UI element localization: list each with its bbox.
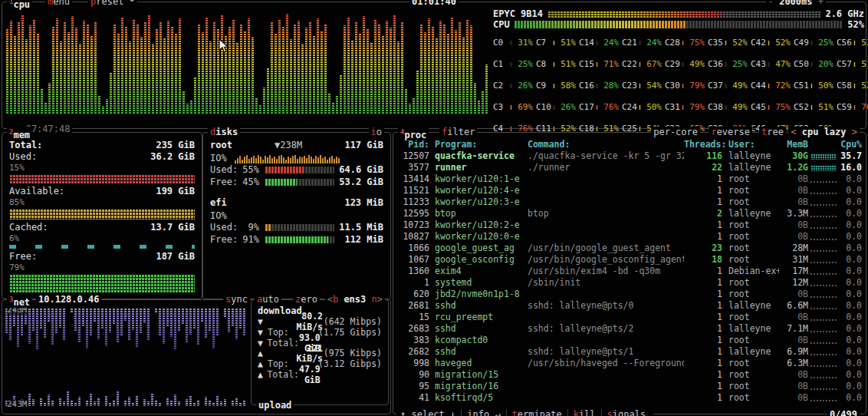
cpu-graph-col [79,44,81,114]
tree-toggle[interactable]: tree [759,127,786,137]
core-percent: 24% [600,38,619,48]
proc-cpu-percent: 0.0 [839,369,863,381]
io-mode-toggle[interactable]: io [369,127,384,137]
process-row[interactable]: 998haveged/usr/sbin/haveged --Foreground… [396,358,863,369]
proc-cpu-graph-fill [810,165,837,171]
proc-pid: 41 [396,392,429,404]
core-meter-fill [725,105,725,110]
proc-user: lalleyne [722,346,779,358]
interval-plus-button[interactable]: + [818,0,824,7]
net-upload-col [178,401,180,406]
cpu-graph-col [10,21,12,114]
proc-mem: 1.2G [779,162,808,173]
process-row[interactable]: 1066google_guest_ag/usr/bin/google_guest… [396,243,863,254]
proc-command: sshd: lalleyne@pts/1 [524,346,684,358]
menu-button[interactable]: menu [45,0,72,7]
cpu-graph-col [397,41,399,114]
process-row[interactable]: 41ksoftirqd/51root0B0.0 [396,392,863,404]
cpu-graph-col [401,22,403,114]
iface-next-button[interactable]: n [372,294,377,305]
proc-cpu-graph [808,312,839,323]
process-row[interactable]: 1360exim4/usr/sbin/exim4 -bd -q30m1Debia… [396,266,863,277]
footer-ill-button[interactable]: kill [567,409,601,416]
process-row[interactable]: 90migration/151root0B0.0 [396,369,863,381]
core-percent: 67% [643,59,662,70]
core-meter [810,41,813,45]
process-row[interactable]: 12595btopbtop2lalleyne3.3M0.0 [396,208,863,220]
disk-meter-row: Used:9%11.5 MiB [210,221,383,233]
cpu-box-title[interactable]: 1cpu [7,0,32,10]
process-row[interactable]: 2681sshdsshd: lalleyne@pts/01lalleyne6.6… [396,300,863,312]
sync-toggle[interactable]: sync [223,294,250,305]
core-meter-fill [682,84,683,88]
auto-scale-toggle[interactable]: auto [255,294,281,305]
core-name: C15 [579,59,594,70]
footer-info-button[interactable]: info ↵ [461,409,505,416]
zero-toggle[interactable]: zero [293,294,320,305]
preset-button[interactable]: preset * [88,0,137,7]
cpu-graph-col [332,103,334,114]
proc-command: /usr/bin/google_osconfig_agent [524,254,684,266]
process-table-header: Pid: Program: Command: Threads: User: Me… [396,139,863,150]
network-box-title[interactable]: 3net [7,294,32,308]
proc-threads: 1 [684,196,722,208]
disks-box-title[interactable]: disks [208,127,240,137]
sort-next-arrow[interactable]: > [852,127,857,137]
interface-switcher[interactable]: <b ens3 n> [325,294,385,305]
footer-ignals-button[interactable]: signals [601,409,652,416]
process-row[interactable]: 1067google_osconfig/usr/bin/google_oscon… [396,254,863,266]
filter-button[interactable]: filter [439,127,477,137]
process-row[interactable]: 2682sshdsshd: lalleyne@pts/11lalleyne6.9… [396,346,863,358]
cpu-graph-col [405,89,407,114]
process-row[interactable]: 15rcu_preempt1root0B0.0 [396,312,863,323]
process-row[interactable]: 3577runner./runner22lalleyne1.2G16.0 [396,162,863,173]
cpu-graph-col [344,25,346,114]
net-download-col [224,308,226,317]
process-box-title[interactable]: 4proc [398,127,429,140]
col-threads[interactable]: Threads: [684,139,722,150]
sort-prev-arrow[interactable]: < [791,127,796,137]
process-row[interactable]: 12507quacfka-service./quacfka-service -k… [396,150,863,162]
col-mem[interactable]: MemB [779,139,808,150]
process-row[interactable]: 1systemd/sbin/init1root12M0.0 [396,277,863,289]
process-row[interactable]: 10827kworker/u120:0-e1root0B0.0 [396,231,863,243]
proc-mem: 6.3M [779,358,808,369]
col-user[interactable]: User: [722,139,779,150]
footer-select-button[interactable]: ↑ select ↓ [399,409,461,416]
sort-selector[interactable]: < cpu lazy > [788,127,860,137]
process-row[interactable]: 11521kworker/u120:4-e1root0B0.0 [396,185,863,196]
update-interval-control[interactable]: - 2000ms + [766,0,826,7]
process-row[interactable]: 13414kworker/u120:1-e1root0B0.0 [396,173,863,185]
cpu-graph-col [294,25,296,114]
col-command[interactable]: Command: [524,139,684,150]
cpu-graph-col [182,91,185,114]
cpu-graph-col [87,25,89,114]
iface-prev-button[interactable]: b [333,294,338,305]
footer-erminate-button[interactable]: terminate [506,409,567,416]
col-pid[interactable]: Pid: [396,139,429,150]
cpu-graph-col [305,28,307,114]
cpu-graph-col [171,27,173,114]
proc-threads: 1 [684,231,722,243]
mem-stat-value: 36.2 GiB [150,151,195,163]
io-graph-col [237,158,238,163]
col-cpu[interactable]: Cpu% [839,139,863,150]
cpu-graph-col [298,21,300,114]
process-row[interactable]: 383kcompactd01root0B0.0 [396,335,863,346]
memory-box-title[interactable]: 2mem [7,127,32,140]
proc-cpu-graph [808,254,839,266]
disk-meter-label: Used: [210,163,241,176]
process-row[interactable]: 2683sshdsshd: lalleyne@pts/21lalleyne7.1… [396,323,863,335]
process-row[interactable]: 10723kworker/u120:2-e1root0B0.0 [396,220,863,231]
per-core-toggle[interactable]: per-core [651,127,700,137]
cpu-core: C5751% [837,54,868,75]
proc-program: jbd2/nvme0n1p1-8 [429,289,524,300]
reverse-toggle[interactable]: reverse [709,127,752,137]
cpu-core: C2354% [622,75,662,97]
mem-stat-value: 13.7 GiB [150,222,195,233]
interval-minus-button[interactable]: - [768,0,774,7]
process-row[interactable]: 620jbd2/nvme0n1p1-81root0B0.0 [396,289,863,300]
process-row[interactable]: 11233kworker/u120:3-e1root0B0.0 [396,196,863,208]
process-row[interactable]: 95migration/161root0B0.0 [396,381,863,392]
col-program[interactable]: Program: [429,139,524,150]
